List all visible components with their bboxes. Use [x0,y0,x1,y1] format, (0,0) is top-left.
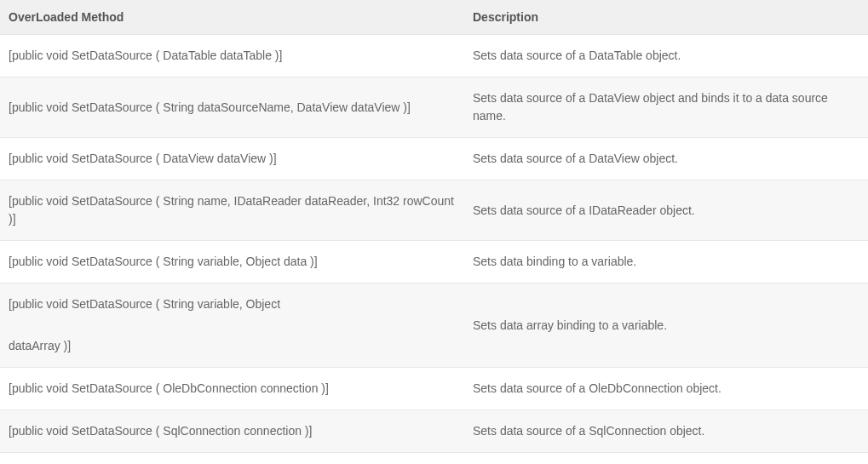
table-row: [public void SetDataSource ( SqlConnecti… [0,410,868,453]
cell-description: Sets data source of a DataTable object. [464,35,868,77]
table-row: [public void SetDataSource ( String vari… [0,284,868,368]
header-description: Description [464,0,868,35]
method-line2: dataArray )] [9,337,456,355]
cell-description: Sets data binding to a variable. [464,241,868,284]
cell-method: [public void SetDataSource ( String vari… [0,284,464,368]
header-method: OverLoaded Method [0,0,464,35]
cell-method: [public void SetDataSource ( String vari… [0,241,464,284]
cell-description: Sets data source of a OleDbConnection ob… [464,368,868,410]
cell-method: [public void SetDataSource ( String data… [0,77,464,138]
table-row: [public void SetDataSource ( DataTable d… [0,35,868,77]
table-header-row: OverLoaded Method Description [0,0,868,35]
methods-table: OverLoaded Method Description [public vo… [0,0,868,453]
cell-method: [public void SetDataSource ( DataTable d… [0,35,464,77]
table-row: [public void SetDataSource ( String vari… [0,241,868,284]
cell-description: Sets data source of a SqlConnection obje… [464,410,868,453]
table-row: [public void SetDataSource ( DataView da… [0,138,868,180]
cell-method: [public void SetDataSource ( OleDbConnec… [0,368,464,410]
cell-description: Sets data source of a IDataReader object… [464,180,868,241]
table-row: [public void SetDataSource ( String name… [0,180,868,241]
table-row: [public void SetDataSource ( OleDbConnec… [0,368,868,410]
cell-method: [public void SetDataSource ( SqlConnecti… [0,410,464,453]
cell-method: [public void SetDataSource ( DataView da… [0,138,464,180]
cell-method: [public void SetDataSource ( String name… [0,180,464,241]
cell-description: Sets data array binding to a variable. [464,284,868,368]
method-line1: [public void SetDataSource ( String vari… [9,295,456,313]
table-row: [public void SetDataSource ( String data… [0,77,868,138]
cell-description: Sets data source of a DataView object an… [464,77,868,138]
cell-description: Sets data source of a DataView object. [464,138,868,180]
